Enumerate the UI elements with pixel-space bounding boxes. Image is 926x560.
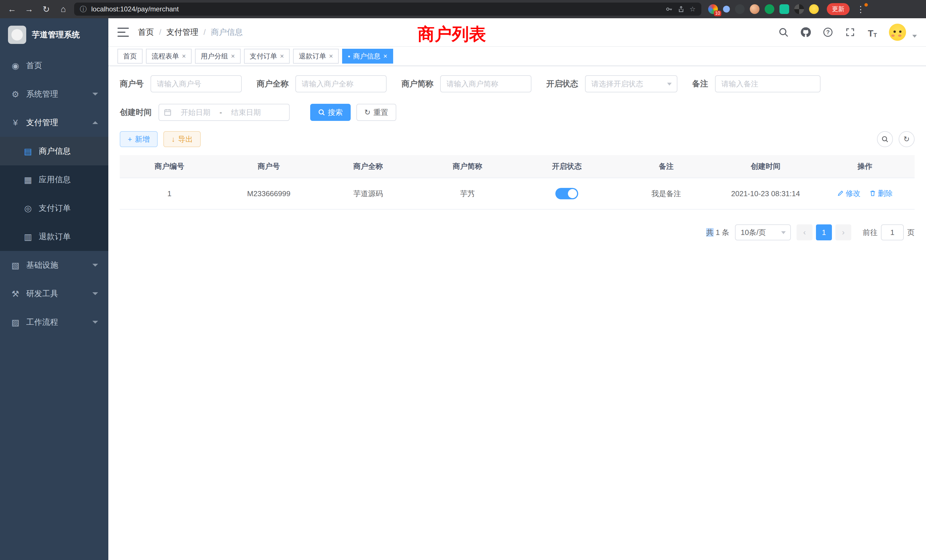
extension-icon-puzzle[interactable]: 10 (708, 4, 718, 14)
chevron-down-icon (92, 292, 98, 295)
sidebar-item-app-info[interactable]: ▦ 应用信息 (0, 165, 108, 194)
app-title: 芋道管理系统 (32, 29, 80, 40)
fullscreen-icon[interactable] (844, 27, 856, 38)
breadcrumb-item[interactable]: 首页 (138, 27, 154, 38)
status-label: 开启状态 (546, 79, 578, 89)
browser-menu-icon[interactable]: ⋮ (854, 4, 867, 14)
sidebar-item-devtools[interactable]: ⚒ 研发工具 (0, 279, 108, 308)
export-button[interactable]: ↓ 导出 (163, 131, 201, 147)
cell-short-name: 芋艿 (418, 178, 517, 209)
col-create-time: 创建时间 (716, 155, 816, 178)
sidebar-item-payment[interactable]: ¥ 支付管理 (0, 108, 108, 137)
sidebar: 芋道管理系统 ◉ 首页 ⚙ 系统管理 ¥ 支付管理 ▤ 商户信息 (0, 18, 108, 560)
search-button[interactable]: 搜索 (310, 104, 351, 121)
cell-merchant-id: 1 (120, 178, 219, 209)
main-area: 商户列表 首页 / 支付管理 / 商户信息 ? (108, 18, 926, 560)
close-icon[interactable]: × (329, 52, 333, 60)
password-key-icon[interactable] (666, 5, 673, 13)
delete-link[interactable]: 删除 (869, 188, 893, 198)
sidebar-item-merchant-info[interactable]: ▤ 商户信息 (0, 137, 108, 165)
dashboard-icon: ◉ (10, 61, 21, 71)
close-icon[interactable]: × (231, 52, 235, 60)
extension-icon-green-circle[interactable] (765, 4, 774, 14)
browser-update-button[interactable]: 更新 (827, 3, 850, 15)
tab-pay-order[interactable]: 支付订单 × (244, 49, 290, 64)
avatar-caret-down-icon[interactable] (912, 35, 917, 38)
share-icon[interactable] (677, 5, 685, 13)
address-bar[interactable]: ⓘ localhost:1024/pay/merchant ☆ (74, 3, 701, 16)
chevron-down-icon (781, 231, 786, 234)
search-icon (882, 136, 888, 142)
end-date-input[interactable] (225, 108, 266, 117)
full-name-input[interactable] (295, 75, 387, 92)
extension-icon-pinwheel[interactable] (794, 4, 804, 14)
create-time-range-picker[interactable]: - (159, 104, 290, 121)
page-size-select[interactable]: 10条/页 (735, 224, 791, 241)
cell-full-name: 芋道源码 (318, 178, 418, 209)
reset-button[interactable]: ↻ 重置 (356, 104, 396, 121)
sidebar-item-home[interactable]: ◉ 首页 (0, 51, 108, 80)
page-1-button[interactable]: 1 (816, 224, 832, 241)
hamburger-icon[interactable] (118, 28, 129, 37)
back-icon[interactable]: ← (6, 3, 18, 15)
close-icon[interactable]: × (280, 52, 284, 60)
edit-link[interactable]: 修改 (837, 188, 861, 198)
search-icon[interactable] (778, 27, 789, 38)
status-select[interactable]: 请选择开启状态 (585, 75, 677, 92)
user-avatar[interactable] (889, 24, 906, 41)
extension-icon-blue[interactable] (723, 6, 730, 12)
extensions-row: 10 (708, 4, 819, 14)
prev-page-button[interactable]: ‹ (797, 224, 813, 241)
extension-icon-avatar[interactable] (750, 4, 760, 14)
sidebar-item-system[interactable]: ⚙ 系统管理 (0, 80, 108, 108)
pagination-total: 共 1 条 (706, 227, 729, 238)
merchant-no-input[interactable] (151, 75, 242, 92)
sidebar-item-infrastructure[interactable]: ▧ 基础设施 (0, 251, 108, 279)
help-icon[interactable]: ? (822, 27, 834, 38)
start-date-input[interactable] (175, 108, 216, 117)
extension-icon-dark[interactable] (735, 4, 745, 14)
sidebar-item-refund-order[interactable]: ▥ 退款订单 (0, 222, 108, 251)
table-header-row: 商户编号 商户号 商户全称 商户简称 开启状态 备注 创建时间 操作 (120, 155, 915, 178)
target-icon: ◎ (23, 203, 33, 213)
cell-merchant-no: M233666999 (219, 178, 319, 209)
toggle-search-button[interactable] (877, 131, 893, 147)
sidebar-item-label: 研发工具 (26, 288, 58, 299)
sidebar-item-label: 系统管理 (26, 89, 58, 100)
breadcrumb-item[interactable]: 支付管理 (166, 27, 198, 38)
remark-input[interactable] (715, 75, 820, 92)
table-row: 1 M233666999 芋道源码 芋艿 我是备注 2021-10-23 08:… (120, 178, 915, 209)
col-merchant-id: 商户编号 (120, 155, 219, 178)
tab-user-group[interactable]: 用户分组 × (195, 49, 241, 64)
short-name-input[interactable] (440, 75, 531, 92)
sidebar-item-pay-order[interactable]: ◎ 支付订单 (0, 194, 108, 222)
next-page-button[interactable]: › (835, 224, 851, 241)
refresh-table-button[interactable]: ↻ (899, 131, 915, 147)
tab-merchant-info[interactable]: ● 商户信息 × (342, 49, 393, 64)
tab-process-form[interactable]: 流程表单 × (146, 49, 192, 64)
github-icon[interactable] (800, 27, 811, 38)
goto-page-input[interactable] (881, 224, 904, 241)
forward-icon[interactable]: → (23, 3, 35, 15)
cell-actions: 修改 删除 (816, 178, 915, 209)
tab-home[interactable]: 首页 (118, 49, 142, 64)
extension-icon-emoji[interactable] (809, 4, 819, 14)
bookmark-star-icon[interactable]: ☆ (689, 5, 696, 13)
add-button[interactable]: + 新增 (120, 131, 158, 147)
close-icon[interactable]: × (383, 52, 387, 60)
tabs-bar: 首页 流程表单 × 用户分组 × 支付订单 × 退款订单 × (108, 47, 926, 66)
status-toggle[interactable] (555, 188, 578, 199)
font-size-icon[interactable]: TT (867, 27, 878, 38)
chevron-down-icon (667, 83, 672, 86)
site-info-icon[interactable]: ⓘ (80, 5, 87, 14)
app-logo-row[interactable]: 芋道管理系统 (0, 18, 108, 51)
close-icon[interactable]: × (182, 52, 186, 60)
home-icon[interactable]: ⌂ (57, 3, 70, 15)
cell-create-time: 2021-10-23 08:31:14 (716, 178, 816, 209)
reload-icon[interactable]: ↻ (40, 3, 53, 15)
tab-refund-order[interactable]: 退款订单 × (293, 49, 339, 64)
full-name-label: 商户全称 (257, 79, 289, 89)
sidebar-item-workflow[interactable]: ▨ 工作流程 (0, 308, 108, 336)
extension-icon-green-square[interactable] (779, 4, 789, 14)
cell-remark: 我是备注 (617, 178, 716, 209)
